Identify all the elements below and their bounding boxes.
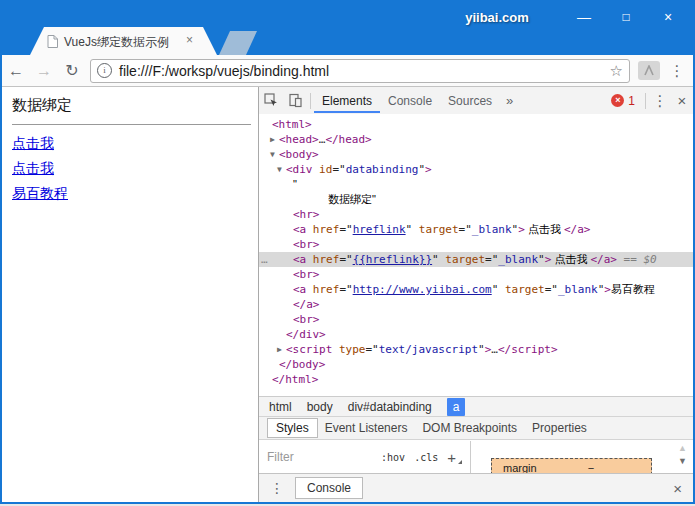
bookmark-star-icon[interactable]: ☆: [610, 62, 623, 80]
address-bar[interactable]: i file:///F:/worksp/vuejs/binding.html ☆: [90, 59, 630, 83]
code-segment: databinding: [346, 163, 419, 176]
page-icon: [47, 34, 58, 52]
page-link[interactable]: 点击我: [12, 135, 54, 151]
margin-value: −: [588, 462, 594, 473]
code-segment: </script>: [498, 343, 558, 356]
adobe-extension-icon[interactable]: [638, 61, 660, 80]
device-toolbar-icon[interactable]: [283, 88, 307, 114]
code-segment: _blank: [472, 223, 512, 236]
console-drawer-tab[interactable]: Console: [295, 477, 363, 499]
new-style-rule-button[interactable]: +: [447, 449, 462, 466]
code-segment: =": [545, 283, 558, 296]
pseudo-button-hov[interactable]: :hov: [381, 452, 405, 463]
browser-menu-icon[interactable]: ⋮: [669, 62, 685, 80]
close-button[interactable]: ×: [647, 5, 689, 29]
pseudo-button-cls[interactable]: .cls: [414, 452, 438, 463]
crumb-div#databinding[interactable]: div#databinding: [348, 400, 432, 414]
tree-line[interactable]: ": [259, 177, 693, 192]
code-segment: </a>: [590, 253, 617, 266]
tab-elements[interactable]: Elements: [314, 88, 380, 113]
tree-arrow-icon[interactable]: ▶: [277, 342, 286, 357]
code-segment: <a: [293, 223, 306, 236]
error-circle-icon: ×: [611, 94, 624, 107]
more-tabs-icon[interactable]: »: [500, 93, 519, 108]
tree-line[interactable]: …<a href="{{hreflink}}" target="_blank">…: [259, 252, 693, 267]
code-segment: target: [498, 283, 544, 296]
page-link[interactable]: 易百教程: [12, 185, 68, 201]
corner-triangle-icon: [458, 460, 462, 464]
crumb-a[interactable]: a: [447, 398, 466, 416]
browser-tab[interactable]: VueJs绑定数据示例 ×: [30, 27, 217, 55]
scroll-up-icon[interactable]: ▲: [675, 442, 690, 455]
scroll-down-icon[interactable]: ▼: [675, 455, 690, 468]
reload-icon[interactable]: ↻: [58, 61, 86, 80]
tab-sources[interactable]: Sources: [440, 88, 500, 113]
tree-line[interactable]: <br>: [259, 237, 693, 252]
list-item: 点击我: [12, 160, 257, 178]
margin-label: margin: [503, 462, 537, 473]
inspect-element-icon[interactable]: [259, 88, 283, 114]
minimize-button[interactable]: —: [563, 5, 605, 29]
page-heading: 数据绑定: [12, 96, 257, 115]
page-link[interactable]: 点击我: [12, 160, 54, 176]
error-badge[interactable]: × 1: [611, 94, 642, 108]
code-segment: >: [518, 223, 525, 236]
tree-line[interactable]: <hr>: [259, 207, 693, 222]
tree-line[interactable]: <br>: [259, 267, 693, 282]
pseudo-buttons: :hov.cls+: [381, 449, 462, 466]
code-segment: ": [538, 253, 545, 266]
tree-line[interactable]: </html>: [259, 372, 693, 387]
tab-close-icon[interactable]: ×: [186, 33, 193, 47]
sidebar-tab-event-listeners[interactable]: Event Listeners: [325, 421, 408, 435]
devtools-menu-icon[interactable]: ⋮: [649, 92, 671, 110]
console-close-icon[interactable]: ×: [662, 480, 693, 497]
code-segment: </div>: [286, 328, 326, 341]
code-segment: == $0: [617, 253, 657, 266]
console-menu-icon[interactable]: ⋮: [259, 480, 295, 496]
tree-line[interactable]: <br>: [259, 312, 693, 327]
tree-line[interactable]: </a>: [259, 297, 693, 312]
code-segment: <body>: [279, 148, 319, 161]
sidebar-tab-dom-breakpoints[interactable]: DOM Breakpoints: [422, 421, 517, 435]
box-model-margin[interactable]: margin −: [491, 458, 652, 473]
new-tab-button[interactable]: [219, 31, 257, 55]
back-icon[interactable]: ←: [2, 62, 30, 80]
filter-input[interactable]: Filter: [267, 450, 294, 464]
code-segment: 点击我: [551, 253, 590, 265]
tree-arrow-icon[interactable]: ▼: [270, 147, 279, 162]
code-segment: _blank: [558, 283, 598, 296]
styles-section: Filter :hov.cls+ margin − ▲ ▼: [259, 441, 693, 473]
tree-line[interactable]: ▶<script type="text/javascript">…</scrip…: [259, 342, 693, 357]
url-text[interactable]: file:///F:/worksp/vuejs/binding.html: [119, 63, 329, 79]
tree-line[interactable]: ▼<div id="databinding">: [259, 162, 693, 177]
tree-line[interactable]: ▼<body>: [259, 147, 693, 162]
tree-line[interactable]: 数据绑定": [259, 192, 693, 207]
code-segment: =": [332, 163, 345, 176]
code-segment: <hr>: [293, 208, 320, 221]
code-segment: =": [459, 223, 472, 236]
browser-window: yiibai.com — □ × VueJs绑定数据示例 × ← → ↻ i f…: [0, 0, 695, 504]
tree-line[interactable]: <a href="hreflink" target="_blank"> 点击我 …: [259, 222, 693, 237]
tree-line[interactable]: <html>: [259, 117, 693, 132]
scrollbar[interactable]: ▲ ▼: [675, 442, 690, 468]
sidebar-tab-properties[interactable]: Properties: [532, 421, 587, 435]
devtools-close-icon[interactable]: ×: [671, 92, 693, 109]
tree-line[interactable]: </div>: [259, 327, 693, 342]
sidebar-tab-styles[interactable]: Styles: [267, 418, 318, 438]
tab-console[interactable]: Console: [380, 88, 440, 113]
maximize-button[interactable]: □: [605, 5, 647, 29]
crumb-body[interactable]: body: [307, 400, 333, 414]
page-info-icon[interactable]: i: [97, 63, 112, 78]
tree-arrow-icon[interactable]: ▼: [277, 162, 286, 177]
tree-line[interactable]: ▶<head>…</head>: [259, 132, 693, 147]
crumb-html[interactable]: html: [269, 400, 292, 414]
code-segment: type: [332, 343, 365, 356]
code-segment: 易百教程: [611, 283, 655, 295]
code-segment: hreflink: [353, 223, 406, 236]
overflow-indicator: …: [261, 252, 267, 267]
tree-line[interactable]: <a href="http://www.yiibai.com" target="…: [259, 282, 693, 297]
tree-line[interactable]: </body>: [259, 357, 693, 372]
box-model-pane: margin − ▲ ▼: [471, 441, 693, 473]
forward-icon[interactable]: →: [30, 62, 58, 80]
tree-arrow-icon[interactable]: ▶: [270, 132, 279, 147]
